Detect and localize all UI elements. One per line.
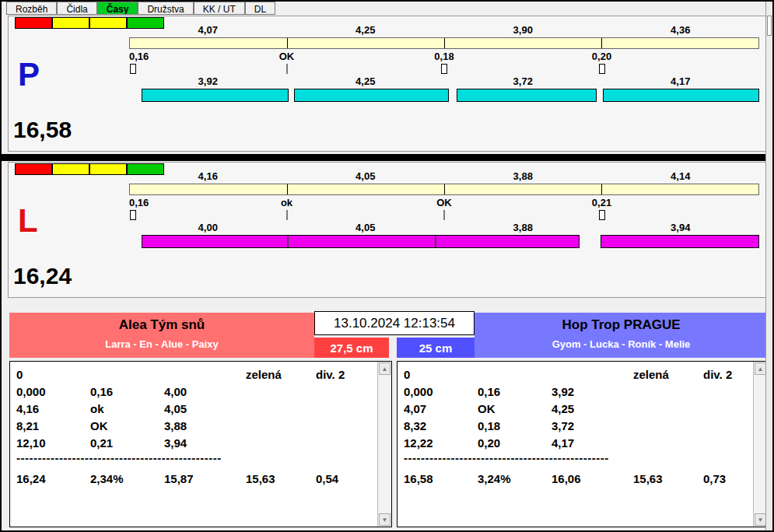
app-window: Rozběh Čidla Časy Družstva KK / UT DL P … (0, 0, 774, 532)
table-cell-percent: 3,24% (478, 471, 552, 488)
tab-dl[interactable]: DL (245, 2, 275, 15)
table-cell: 4,07 (404, 401, 478, 418)
leg-bar-segment (142, 89, 289, 102)
table-cell: 0,54 (316, 471, 374, 488)
table-cell: 0,18 (478, 418, 552, 435)
team-header-right: Hop Trop PRAGUE Gyom - Lucka - Roník - M… (475, 313, 768, 358)
split-label: 4,07 (129, 24, 287, 36)
leg-labels: 4,00 4,05 3,88 3,94 (129, 222, 759, 233)
height-badge-left: 27,5 cm (314, 338, 389, 358)
window-scrollbar[interactable] (765, 2, 772, 530)
team-header-left: Alea Tým snů Larra - En - Alue - Paixy (9, 313, 314, 358)
sensor-tick (441, 64, 447, 74)
table-cell-flag: zelená (633, 366, 703, 383)
leg-label: 4,05 (287, 222, 445, 233)
table-cell-division: div. 2 (316, 366, 374, 383)
reaction-label: 0,20 (592, 51, 611, 62)
table-cell-total: 16,24 (16, 471, 90, 488)
table-cell: 4,16 (16, 401, 90, 418)
table-cell: 0,000 (404, 383, 478, 401)
lane-total-time-p: 16,58 (13, 117, 72, 143)
lane-total-time-l: 16,24 (13, 263, 72, 289)
table-cell: 15,87 (164, 471, 246, 488)
scroll-down-icon[interactable]: ▼ (755, 513, 766, 526)
split-label: 3,88 (444, 170, 602, 182)
table-cell: 3,92 (552, 383, 633, 401)
table-cell-flag: zelená (246, 366, 316, 383)
split-scale-bar (129, 184, 759, 195)
sensor-tick (130, 64, 136, 74)
table-header-row: 0 zelená div. 2 (16, 366, 374, 383)
tab-cidla[interactable]: Čidla (57, 2, 96, 15)
table-cell: 0 (404, 366, 478, 383)
reaction-label: 0,21 (592, 197, 611, 208)
team-members: Gyom - Lucka - Roník - Melie (475, 333, 768, 350)
table-cell: OK (478, 401, 552, 418)
scrollbar-thumb[interactable] (767, 16, 772, 36)
table-cell: 4,00 (164, 383, 246, 401)
split-label: 4,25 (287, 24, 445, 36)
split-label: 4,16 (129, 170, 287, 182)
table-row: 8,32 0,18 3,72 (404, 418, 750, 435)
reaction-label: 0,16 (129, 51, 149, 62)
table-cell: 0,16 (478, 383, 552, 401)
table-totals-row: 16,58 3,24% 16,06 15,63 0,73 (404, 471, 750, 488)
split-scale-bar (129, 37, 759, 49)
leg-label: 4,00 (129, 222, 287, 233)
table-cell: 0 (16, 366, 90, 383)
table-cell: 15,63 (633, 471, 703, 488)
table-cell-total: 16,58 (404, 471, 478, 488)
table-cell: 0,20 (478, 435, 552, 452)
leg-label: 4,25 (287, 75, 445, 87)
table-separator: ----------------------------------------… (16, 452, 374, 464)
scroll-down-icon[interactable]: ▼ (379, 513, 391, 526)
leg-label: 3,88 (444, 222, 602, 233)
table-cell: 3,94 (164, 435, 246, 452)
table-cell: 4,05 (164, 401, 246, 418)
tab-rozbeh[interactable]: Rozběh (6, 2, 57, 15)
status-light-yellow-1 (52, 163, 89, 175)
table-cell: 15,63 (246, 471, 316, 488)
lane-letter-l: L (18, 205, 38, 237)
split-label: 3,90 (444, 24, 602, 36)
tab-kk-ut[interactable]: KK / UT (194, 2, 245, 15)
table-cell: 4,25 (552, 401, 633, 418)
leg-bar-segment-merged (142, 235, 580, 248)
leg-bar-segment (294, 89, 449, 102)
leg-label: 3,92 (129, 75, 287, 87)
lane-panel-l: L 16,24 4,16 4,05 3,88 4,14 0,16 ok OK 0… (8, 162, 766, 298)
leg-bar-segment (601, 235, 759, 248)
sensor-tick (286, 64, 287, 74)
leg-bar-segment (603, 89, 759, 102)
panel-divider (2, 154, 772, 161)
leg-label: 3,72 (444, 75, 602, 87)
table-scrollbar[interactable]: ▲ ▼ (377, 362, 391, 527)
reaction-label: 0,18 (434, 51, 454, 62)
tab-casy[interactable]: Časy (97, 2, 138, 15)
table-cell: 3,88 (164, 418, 246, 435)
table-cell: 12,10 (16, 435, 90, 452)
lane-track-p: 4,07 4,25 3,90 4,36 0,16 OK 0,18 0,20 (129, 16, 759, 151)
table-cell: 0,73 (703, 471, 750, 488)
table-cell: OK (90, 418, 164, 435)
scroll-up-icon[interactable]: ▲ (755, 362, 766, 375)
tab-druzstva[interactable]: Družstva (138, 2, 193, 15)
reaction-label: 0,16 (129, 197, 149, 208)
table-cell: 8,32 (404, 418, 478, 435)
table-cell: 8,21 (16, 418, 90, 435)
status-light-yellow-2 (89, 17, 127, 29)
table-cell: ok (90, 401, 164, 418)
lane-panel-p: P 16,58 4,07 4,25 3,90 4,36 0,16 OK 0,18… (8, 16, 766, 152)
table-row: 4,16 ok 4,05 (16, 401, 374, 418)
scroll-up-icon[interactable]: ▲ (379, 362, 391, 375)
leg-labels: 3,92 4,25 3,72 4,17 (129, 75, 759, 87)
reaction-label: ok (281, 197, 292, 208)
leg-label: 3,94 (602, 222, 760, 233)
reaction-label: OK (436, 197, 452, 208)
height-badge-right: 25 cm (397, 338, 475, 358)
table-separator: ----------------------------------------… (404, 452, 750, 464)
team-name: Hop Trop PRAGUE (475, 313, 768, 333)
status-light-red (15, 17, 52, 29)
results-table-left: 0 zelená div. 2 0,000 0,16 4,00 4,16 ok … (9, 361, 392, 527)
sensor-ticks (129, 64, 759, 75)
